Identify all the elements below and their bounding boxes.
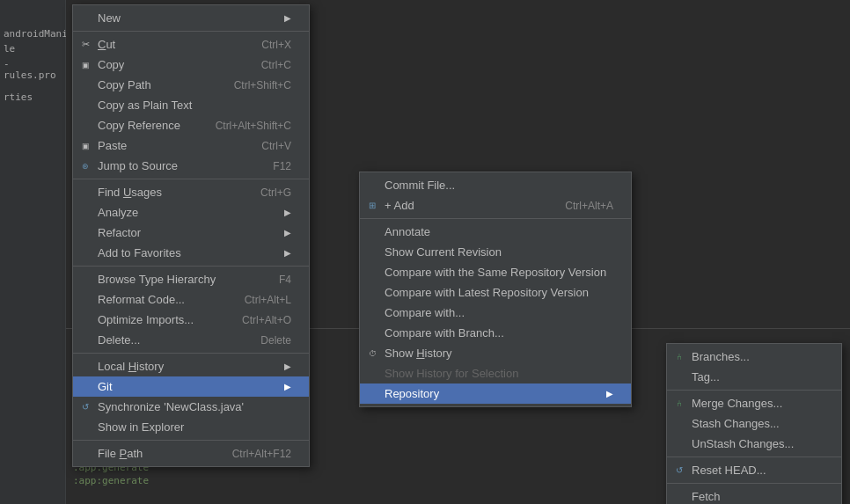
cut-shortcut: Ctrl+X <box>261 39 291 51</box>
git-menu-item-show-history-label: Show History <box>385 347 452 360</box>
repo-menu-item-merge[interactable]: ⑃ Merge Changes... <box>667 393 841 413</box>
repo-sep-1 <box>667 390 841 391</box>
copy-ref-shortcut: Ctrl+Alt+Shift+C <box>216 120 291 132</box>
menu-sep-3 <box>73 266 309 267</box>
git-menu-item-compare-branch[interactable]: Compare with Branch... <box>360 323 631 343</box>
submenu-arrow-analyze: ▶ <box>284 208 291 217</box>
git-menu-item-compare-with[interactable]: Compare with... <box>360 303 631 323</box>
paste-shortcut: Ctrl+V <box>261 140 291 152</box>
repo-menu-item-branches-label: Branches... <box>692 350 750 363</box>
menu-item-new-label: New <box>98 11 121 25</box>
menu-item-find-usages[interactable]: Find Usages Ctrl+G <box>73 182 309 202</box>
repo-menu-item-reset-head-label: Reset HEAD... <box>692 464 766 477</box>
menu-item-show-explorer-label: Show in Explorer <box>98 420 184 434</box>
submenu-arrow-refactor: ▶ <box>284 228 291 237</box>
git-menu-item-show-history-sel[interactable]: Show History for Selection <box>360 363 631 383</box>
main-context-menu: New ▶ ✂ Cut Ctrl+X ▣ Copy Ctrl+C Copy Pa… <box>72 4 310 467</box>
repo-menu-item-fetch[interactable]: Fetch <box>667 486 841 504</box>
menu-item-delete[interactable]: Delete... Delete <box>73 330 309 350</box>
menu-item-copy-ref-label: Copy Reference <box>98 119 180 132</box>
jump-source-icon: ⊛ <box>78 159 92 173</box>
git-sep-1 <box>360 218 631 219</box>
menu-item-reformat[interactable]: Reformat Code... Ctrl+Alt+L <box>73 289 309 310</box>
submenu-arrow-repository: ▶ <box>606 389 613 398</box>
git-menu-item-compare-latest-label: Compare with Latest Repository Version <box>385 286 589 299</box>
git-menu-item-repository[interactable]: Repository ▶ <box>360 383 631 404</box>
copy-path-shortcut: Ctrl+Shift+C <box>234 79 291 91</box>
menu-sep-5 <box>73 440 309 441</box>
menu-item-copy-ref[interactable]: Copy Reference Ctrl+Alt+Shift+C <box>73 115 309 135</box>
menu-item-delete-label: Delete... <box>98 333 140 347</box>
submenu-arrow-git: ▶ <box>284 382 291 391</box>
menu-item-file-path[interactable]: File Path Ctrl+Alt+F12 <box>73 443 309 464</box>
sidebar-item-2: le <box>0 41 65 56</box>
menu-sep-after-new <box>73 31 309 32</box>
submenu-arrow-new: ▶ <box>284 13 291 23</box>
menu-item-refactor-label: Refactor <box>98 226 141 239</box>
repo-menu-item-stash-label: Stash Changes... <box>692 417 780 430</box>
repo-menu-item-tag-label: Tag... <box>692 370 720 383</box>
sidebar-item-6: rties <box>0 90 65 105</box>
copy-icon: ▣ <box>78 58 92 72</box>
repo-menu-item-tag[interactable]: Tag... <box>667 367 841 387</box>
menu-item-git[interactable]: Git ▶ <box>73 376 309 397</box>
git-menu-item-show-history[interactable]: ⏱ Show History <box>360 343 631 363</box>
menu-item-paste[interactable]: ▣ Paste Ctrl+V <box>73 135 309 156</box>
menu-item-local-history[interactable]: Local History ▶ <box>73 356 309 376</box>
repo-menu-item-unstash[interactable]: UnStash Changes... <box>667 434 841 454</box>
repo-menu-item-branches[interactable]: ⑃ Branches... <box>667 347 841 367</box>
git-menu-item-compare-same[interactable]: Compare with the Same Repository Version <box>360 262 631 282</box>
menu-item-jump-source[interactable]: ⊛ Jump to Source F12 <box>73 156 309 176</box>
add-shortcut: Ctrl+Alt+A <box>565 200 613 212</box>
menu-item-optimize-imports[interactable]: Optimize Imports... Ctrl+Alt+O <box>73 310 309 330</box>
git-menu-item-commit-label: Commit File... <box>385 179 455 192</box>
git-menu-item-annotate[interactable]: Annotate <box>360 222 631 242</box>
menu-item-copy[interactable]: ▣ Copy Ctrl+C <box>73 55 309 75</box>
menu-sep-2 <box>73 179 309 179</box>
menu-item-jump-source-label: Jump to Source <box>98 159 178 172</box>
git-menu-item-add-label: + Add <box>385 199 414 212</box>
git-menu-item-show-current-label: Show Current Revision <box>385 245 502 259</box>
menu-item-browse-hierarchy-label: Browse Type Hierarchy <box>98 273 216 286</box>
git-menu-item-annotate-label: Annotate <box>385 225 430 238</box>
repo-sep-2 <box>667 457 841 457</box>
ide-sidebar: androidManife le -rules.pro rties <box>0 0 66 504</box>
menu-item-optimize-imports-label: Optimize Imports... <box>98 313 194 326</box>
jump-source-shortcut: F12 <box>273 160 291 172</box>
menu-item-refactor[interactable]: Refactor ▶ <box>73 223 309 243</box>
menu-item-browse-hierarchy[interactable]: Browse Type Hierarchy F4 <box>73 269 309 289</box>
git-menu-item-show-history-sel-label: Show History for Selection <box>385 367 518 380</box>
repo-menu-item-fetch-label: Fetch <box>692 490 721 503</box>
menu-item-synchronize-label: Synchronize 'NewClass.java' <box>98 400 244 413</box>
branches-icon: ⑃ <box>672 350 686 364</box>
git-menu-item-repository-label: Repository <box>385 387 439 400</box>
menu-item-show-explorer[interactable]: Show in Explorer <box>73 417 309 437</box>
menu-item-local-history-label: Local History <box>98 360 164 373</box>
menu-item-copy-plain[interactable]: Copy as Plain Text <box>73 95 309 115</box>
menu-item-synchronize[interactable]: ↺ Synchronize 'NewClass.java' <box>73 397 309 417</box>
menu-item-add-favorites-label: Add to Favorites <box>98 246 181 259</box>
menu-item-copy-path[interactable]: Copy Path Ctrl+Shift+C <box>73 75 309 95</box>
reset-head-icon: ↺ <box>672 464 686 478</box>
repo-menu-item-merge-label: Merge Changes... <box>692 397 782 410</box>
menu-item-analyze[interactable]: Analyze ▶ <box>73 202 309 223</box>
menu-item-find-usages-label: Find Usages <box>98 186 162 199</box>
copy-shortcut: Ctrl+C <box>261 59 291 71</box>
git-menu-item-add[interactable]: ⊞ + Add Ctrl+Alt+A <box>360 195 631 215</box>
menu-item-add-favorites[interactable]: Add to Favorites ▶ <box>73 243 309 263</box>
menu-item-new[interactable]: New ▶ <box>73 8 309 28</box>
menu-item-cut[interactable]: ✂ Cut Ctrl+X <box>73 34 309 55</box>
git-menu-item-compare-branch-label: Compare with Branch... <box>385 326 504 340</box>
repo-menu-item-stash[interactable]: Stash Changes... <box>667 413 841 434</box>
menu-item-copy-path-label: Copy Path <box>98 78 151 91</box>
git-menu-item-commit[interactable]: Commit File... <box>360 175 631 195</box>
git-menu-item-compare-with-label: Compare with... <box>385 306 465 319</box>
menu-item-git-label: Git <box>98 380 113 393</box>
repo-menu-item-reset-head[interactable]: ↺ Reset HEAD... <box>667 460 841 480</box>
git-menu-item-compare-latest[interactable]: Compare with Latest Repository Version <box>360 282 631 303</box>
menu-sep-4 <box>73 353 309 354</box>
synchronize-icon: ↺ <box>78 400 92 414</box>
show-history-icon: ⏱ <box>365 347 379 361</box>
git-menu-item-show-current[interactable]: Show Current Revision <box>360 242 631 262</box>
repo-menu-item-unstash-label: UnStash Changes... <box>692 437 794 450</box>
